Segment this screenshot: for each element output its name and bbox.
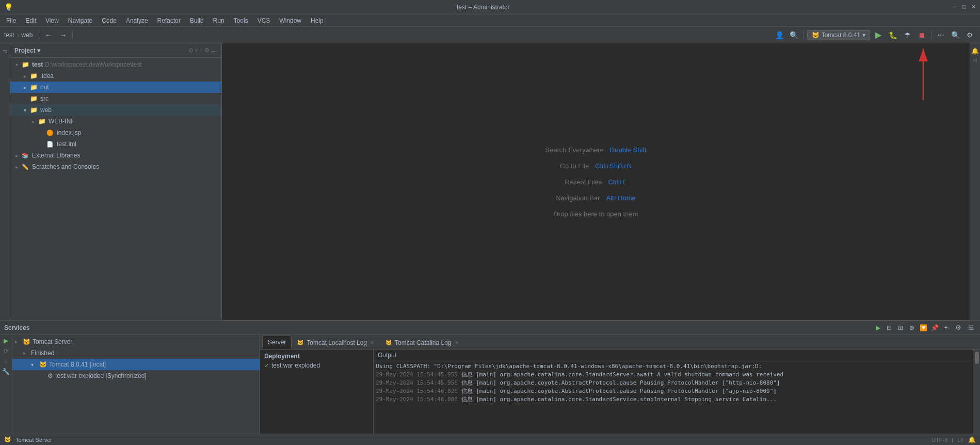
step-into-icon[interactable]: ↓ <box>5 358 8 365</box>
folder-icon-test: 📁 <box>21 61 30 68</box>
menu-code[interactable]: Code <box>98 16 121 25</box>
deployment-war-label: test:war exploded <box>271 362 320 369</box>
close-catalina-tab[interactable]: ✕ <box>455 340 459 345</box>
tree-view-options-icon[interactable]: ⁝ <box>200 47 202 54</box>
toolbar-separator-1 <box>39 30 39 40</box>
menu-window[interactable]: Window <box>275 16 306 25</box>
menu-file[interactable]: File <box>2 16 20 25</box>
services-settings-icon[interactable]: ⚙ <box>953 323 963 333</box>
menu-help[interactable]: Help <box>307 16 328 25</box>
tab-localhost-log[interactable]: 🐱 Tomcat Localhost Log ✕ <box>292 336 380 349</box>
hector-icon[interactable]: H <box>973 58 977 63</box>
status-notifications-icon[interactable]: 🔔 <box>968 436 976 443</box>
close-localhost-tab[interactable]: ✕ <box>370 340 374 345</box>
resume-icon[interactable]: ▶ <box>4 337 8 344</box>
run-with-coverage-button[interactable]: ☂ <box>901 29 913 41</box>
services-right: Server 🐱 Tomcat Localhost Log ✕ 🐱 Tomcat… <box>260 335 980 434</box>
scratches-icon: ✏️ <box>21 164 30 170</box>
tomcat-tab-icon: 🐱 <box>297 340 303 345</box>
services-layout-icon[interactable]: ⊞ <box>966 323 976 333</box>
settings-gear-icon[interactable]: ⚙ <box>204 47 210 54</box>
tomcat-catalina-icon: 🐱 <box>385 340 392 345</box>
svc-item-war-exploded[interactable]: ⚙ test:war exploded [Synchronized] <box>12 370 260 382</box>
menu-navigate[interactable]: Navigate <box>64 16 97 25</box>
svc-label-tomcat-server: Tomcat Server <box>33 338 72 345</box>
close-button[interactable]: ✕ <box>971 4 976 10</box>
project-strip-icon[interactable]: P <box>1 47 9 56</box>
search-everywhere-icon[interactable]: 🔍 <box>788 29 800 41</box>
iml-file-icon: 📄 <box>45 141 55 148</box>
services-run-button[interactable]: ▶ <box>873 323 883 333</box>
run-config-dropdown[interactable]: 🐱 Tomcat 8.0.41 ▾ <box>807 30 870 40</box>
scroll-to-source-icon[interactable]: ⊙ <box>188 47 193 54</box>
svc-item-finished[interactable]: ▾ Finished <box>12 347 260 359</box>
settings-button[interactable]: ⚙ <box>963 29 976 41</box>
menu-refactor[interactable]: Refactor <box>153 16 185 25</box>
tree-item-idea[interactable]: ▸ 📁 .idea <box>10 70 221 82</box>
log-line-5: 29-May-2024 15:54:46.088 信息 [main] org.a… <box>376 395 971 404</box>
menu-vcs[interactable]: VCS <box>253 16 275 25</box>
module-separator: › <box>17 31 19 39</box>
services-filter-button[interactable]: 🔽 <box>918 323 928 333</box>
folder-icon-out: 📁 <box>29 84 38 91</box>
menu-tools[interactable]: Tools <box>230 16 252 25</box>
services-collapse-button[interactable]: ⊟ <box>884 323 894 333</box>
tab-server[interactable]: Server <box>262 336 292 349</box>
minimize-button[interactable]: ─ <box>954 4 958 10</box>
maximize-button[interactable]: □ <box>962 4 966 10</box>
run-button[interactable]: ▶ <box>872 29 885 41</box>
forward-button[interactable]: → <box>57 29 69 41</box>
title-bar: 💡 test – Administrator ─ □ ✕ <box>0 0 980 14</box>
tab-localhost-label: Tomcat Localhost Log <box>307 339 367 346</box>
wrench-icon[interactable]: 🔧 <box>2 368 10 375</box>
tab-catalina-label: Tomcat Catalina Log <box>395 339 451 346</box>
menu-view[interactable]: View <box>41 16 63 25</box>
toolbar-separator-2 <box>72 30 73 40</box>
services-pin-button[interactable]: 📌 <box>929 323 940 333</box>
svc-item-tomcat-server[interactable]: ▾ 🐱 Tomcat Server <box>12 336 260 347</box>
tree-item-extlibs[interactable]: ▸ 📚 External Libraries <box>10 150 221 161</box>
menu-edit[interactable]: Edit <box>21 16 40 25</box>
tree-item-out[interactable]: ▸ 📁 out <box>10 82 221 93</box>
services-group-button[interactable]: ⊕ <box>907 323 917 333</box>
hide-panel-icon[interactable]: — <box>212 47 217 54</box>
services-header: Services ▶ ⊟ ⊞ ⊕ 🔽 📌 + ⚙ ⊞ <box>0 321 980 335</box>
tab-catalina-log[interactable]: 🐱 Tomcat Catalina Log ✕ <box>380 336 464 349</box>
svc-item-tomcat-instance[interactable]: ▾ 🐱 Tomcat 8.0.41 [local] <box>12 359 260 370</box>
folder-icon-web: 📁 <box>29 106 38 114</box>
tree-label-out: out <box>40 84 49 91</box>
back-button[interactable]: ← <box>42 29 55 41</box>
output-scrollbar[interactable] <box>973 349 980 434</box>
services-panel: Services ▶ ⊟ ⊞ ⊕ 🔽 📌 + ⚙ ⊞ ▶ ⟳ ↓ 🔧 <box>0 320 980 434</box>
svc-label-tomcat-instance: Tomcat 8.0.41 [local] <box>49 361 106 368</box>
debug-button[interactable]: 🐛 <box>887 29 899 41</box>
notifications-icon[interactable]: 🔔 <box>971 47 979 55</box>
tree-item-web[interactable]: ▾ 📁 web <box>10 104 221 116</box>
more-actions-button[interactable]: ⋯ <box>935 29 947 41</box>
services-tree: ▾ 🐱 Tomcat Server ▾ Finished ▾ 🐱 Tomcat … <box>12 335 260 434</box>
menu-bar: File Edit View Navigate Code Analyze Ref… <box>0 14 980 27</box>
stop-button[interactable]: ⏹ <box>915 29 928 41</box>
output-pane: Using CLASSPATH: "D:\Program Files\jdk\a… <box>374 361 973 434</box>
account-icon[interactable]: 👤 <box>774 29 786 41</box>
tree-label-webinf: WEB-INF <box>49 118 75 125</box>
jsp-file-icon: 🟠 <box>45 130 55 136</box>
tree-item-src[interactable]: 📁 src <box>10 93 221 104</box>
tree-item-indexjsp[interactable]: 🟠 index.jsp <box>10 127 221 138</box>
menu-analyze[interactable]: Analyze <box>122 16 152 25</box>
menu-build[interactable]: Build <box>186 16 208 25</box>
toolbar-search-button[interactable]: 🔍 <box>949 29 961 41</box>
services-expand-button[interactable]: ⊞ <box>895 323 906 333</box>
step-over-icon[interactable]: ⟳ <box>4 347 9 355</box>
tree-item-test[interactable]: ▾ 📁 test D:\workspaces\ideaWorkspace\tes… <box>10 59 221 70</box>
collapse-all-icon[interactable]: ≡ <box>195 47 198 54</box>
tree-item-testiml[interactable]: 📄 test.iml <box>10 138 221 150</box>
tree-item-webinf[interactable]: ▸ 📁 WEB-INF <box>10 116 221 127</box>
check-icon: ✓ <box>264 362 269 369</box>
menu-run[interactable]: Run <box>209 16 229 25</box>
expand-arrow-scratches: ▸ <box>12 164 21 170</box>
tree-item-scratches[interactable]: ▸ ✏️ Scratches and Consoles <box>10 161 221 172</box>
project-title: Project ▾ <box>14 47 186 54</box>
tree-label-scratches: Scratches and Consoles <box>32 163 99 170</box>
services-add-button[interactable]: + <box>941 323 951 333</box>
